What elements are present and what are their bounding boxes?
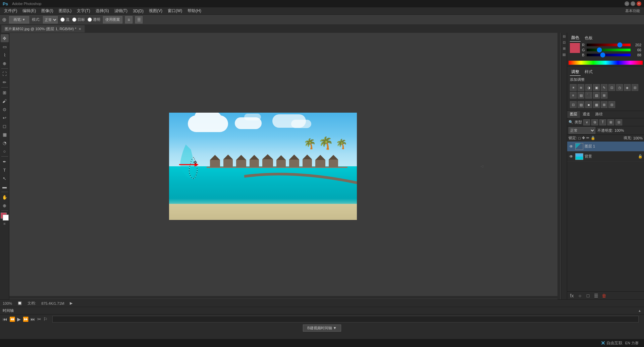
crop-btn[interactable]: ⛶	[1, 70, 9, 78]
doc-tab[interactable]: 图片素材02.jpg @ 100% (图层 1, RGB/8#) * ✕	[1, 25, 85, 33]
pen-btn[interactable]: ✒	[1, 158, 9, 166]
layers-text-btn[interactable]: T	[599, 119, 606, 125]
timeline-play[interactable]: ▶	[17, 316, 21, 322]
layer-mask-btn[interactable]: ○	[577, 293, 583, 299]
h-scrollbar[interactable]	[9, 296, 558, 299]
mini-btn-4[interactable]: ▤	[561, 52, 567, 57]
color-preview-swatch[interactable]	[570, 43, 580, 53]
eraser-btn[interactable]: ◻	[1, 122, 9, 130]
adjust-solid-color[interactable]: ■	[585, 101, 592, 108]
adjust-exposure[interactable]: ▣	[593, 84, 600, 91]
adjust-gradient-fill[interactable]: ▦	[593, 101, 600, 108]
layers-tab-layers[interactable]: 图层	[567, 111, 580, 118]
lock-icon-lock[interactable]: 🔒	[591, 136, 595, 140]
adjust-vibrance[interactable]: ✎	[601, 84, 607, 91]
timeline-scissor[interactable]: ✂	[37, 316, 41, 322]
menu-help[interactable]: 帮助(H)	[185, 7, 204, 14]
gradient-btn[interactable]: ▦	[1, 130, 9, 138]
target-radio[interactable]: 目标	[72, 17, 85, 22]
lang-label[interactable]: EN 力赛	[625, 341, 639, 346]
layers-tab-channels[interactable]: 通道	[580, 111, 593, 118]
brush-size-btn[interactable]: 画笔: ▾	[9, 16, 29, 23]
layers-type-dropdown[interactable]: ∨	[583, 119, 590, 125]
timeline-to-end[interactable]: ⏭	[31, 316, 35, 322]
doc-size-arrow[interactable]: ▶	[70, 301, 72, 305]
transparent-radio[interactable]: 透明	[88, 17, 100, 22]
mini-btn-2[interactable]: ⊡	[561, 40, 567, 45]
options-icon1[interactable]: ≡	[125, 16, 132, 23]
adjust-extra[interactable]: ⊟	[608, 101, 615, 108]
text-btn[interactable]: T	[1, 166, 9, 174]
eyedropper-btn[interactable]: ✏	[1, 78, 9, 86]
menu-select[interactable]: 选择(S)	[93, 7, 112, 14]
adjust-curves[interactable]: ◑	[585, 84, 592, 91]
layer-item-1[interactable]: 👁 图层 1	[567, 141, 644, 152]
blur-btn[interactable]: ◔	[1, 139, 9, 147]
adjust-levels[interactable]: ≋	[578, 84, 584, 91]
zoom-btn[interactable]: ⊕	[1, 201, 9, 210]
timeline-bookmark[interactable]: ⚐	[43, 316, 48, 322]
color-tab[interactable]: 颜色	[570, 34, 581, 42]
adjust-threshold[interactable]: ⊞	[601, 92, 607, 99]
menu-edit[interactable]: 编辑(E)	[20, 7, 39, 14]
adjust-channelmix[interactable]: ≡	[570, 92, 577, 99]
options-icon2[interactable]: ☰	[135, 16, 143, 23]
brush-btn[interactable]: 🖌	[1, 97, 9, 105]
layers-link-btn[interactable]: ⧉	[591, 119, 598, 125]
menu-view[interactable]: 视图(V)	[146, 7, 165, 14]
menu-text[interactable]: 文字(T)	[74, 7, 93, 14]
menu-layer[interactable]: 图层(L)	[56, 7, 74, 14]
rect-select-btn[interactable]: ▭	[1, 43, 9, 51]
lock-icon-check[interactable]: □	[578, 136, 581, 140]
layer-visibility-bg[interactable]: 👁	[569, 154, 574, 159]
adjust-tab[interactable]: 调整	[570, 68, 581, 76]
doc-tab-close[interactable]: ✕	[78, 27, 81, 31]
style-tab[interactable]: 样式	[583, 68, 594, 76]
reset-colors[interactable]: ⊞	[3, 222, 6, 225]
adjust-invert[interactable]: ⬛	[585, 92, 592, 99]
layer-group-btn[interactable]: □	[585, 293, 591, 299]
history-btn[interactable]: ↩	[1, 114, 9, 122]
adjust-pattern[interactable]: ⊞	[601, 101, 607, 108]
timeline-to-start[interactable]: ⏮	[3, 316, 7, 322]
menu-window[interactable]: 窗口(W)	[165, 7, 185, 14]
path-select-btn[interactable]: ↖	[1, 174, 9, 182]
mini-btn-1[interactable]: ⊟	[561, 34, 567, 39]
layer-visibility-1[interactable]: 👁	[569, 144, 574, 149]
adjust-colorbalance[interactable]: ◷	[616, 84, 623, 91]
adjust-bw[interactable]: ◈	[624, 84, 631, 91]
swatch-tab[interactable]: 色板	[583, 35, 594, 42]
blend-mode-select[interactable]: 正常	[569, 127, 595, 134]
timeline-prev[interactable]: ⏪	[9, 316, 15, 322]
menu-filter[interactable]: 滤镜(T)	[112, 7, 130, 14]
adjust-photofilter[interactable]: ⊟	[632, 84, 638, 91]
layer-fx-btn[interactable]: fx	[569, 293, 575, 299]
layers-tab-paths[interactable]: 路径	[593, 111, 605, 118]
menu-file[interactable]: 文件(F)	[1, 7, 20, 14]
lasso-btn[interactable]: ⌇	[1, 51, 9, 59]
mode-select[interactable]: 正常	[43, 16, 58, 23]
clone-btn[interactable]: ⊙	[1, 105, 9, 113]
healing-btn[interactable]: ⊞	[1, 89, 9, 97]
layers-filter-btn[interactable]: ⊟	[615, 119, 622, 125]
quick-select-btn[interactable]: ⊕	[1, 59, 9, 67]
layers-add-btn[interactable]: ⊞	[607, 119, 614, 125]
lock-icon-move[interactable]: ✥	[582, 136, 585, 140]
adjust-posterize[interactable]: ▧	[593, 92, 600, 99]
layer-new-btn[interactable]: ☰	[593, 293, 599, 299]
shape-btn[interactable]: ▬	[1, 183, 9, 191]
right-collapse-handle[interactable]: ◁	[480, 33, 484, 299]
mini-btn-3[interactable]: ⊞	[561, 46, 567, 51]
foreground-color-swatch[interactable]	[1, 213, 9, 221]
adjust-selective-color[interactable]: ▤	[578, 101, 584, 108]
b-slider[interactable]	[587, 54, 631, 56]
timeline-collapse-btn[interactable]: ▲	[638, 309, 641, 312]
layer-item-bg[interactable]: 👁 背景 🔒	[567, 152, 644, 162]
menu-3d[interactable]: 3D(D)	[130, 8, 146, 14]
menu-image[interactable]: 图像(I)	[39, 7, 56, 14]
adjust-gradient-map[interactable]: ⊡	[570, 101, 577, 108]
maximize-btn[interactable]: □	[631, 1, 635, 6]
close-btn[interactable]: ✕	[637, 1, 641, 6]
hand-btn[interactable]: ✋	[1, 193, 9, 201]
minimize-btn[interactable]: ─	[625, 1, 629, 6]
